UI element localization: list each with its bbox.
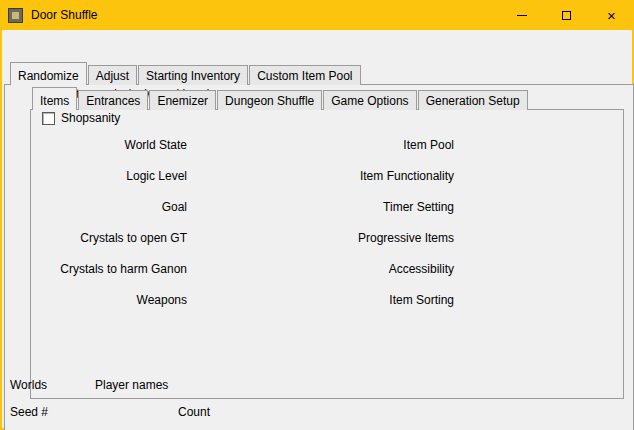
item-sorting-label: Item Sorting bbox=[332, 289, 454, 312]
tab-randomize[interactable]: Randomize bbox=[10, 62, 87, 85]
timer-setting-label: Timer Setting bbox=[332, 196, 454, 219]
weapons-label: Weapons bbox=[32, 289, 187, 312]
world-state-label: World State bbox=[32, 134, 187, 157]
tab-entrances[interactable]: Entrances bbox=[78, 90, 148, 110]
logic-level-label: Logic Level bbox=[32, 165, 187, 188]
maximize-icon bbox=[562, 11, 571, 20]
worlds-label: Worlds bbox=[10, 374, 47, 396]
titlebar: Door Shuffle × bbox=[0, 0, 634, 30]
crystals-ganon-label: Crystals to harm Ganon bbox=[32, 258, 187, 281]
shopsanity-checkbox[interactable]: Shopsanity bbox=[42, 111, 120, 125]
shopsanity-checkbox-box[interactable] bbox=[42, 112, 55, 125]
count-label: Count bbox=[178, 401, 210, 423]
app-icon bbox=[8, 8, 23, 23]
tab-starting-inventory[interactable]: Starting Inventory bbox=[138, 65, 248, 85]
maximize-button[interactable] bbox=[544, 0, 589, 30]
primary-tabs: Randomize Adjust Starting Inventory Cust… bbox=[10, 62, 362, 85]
tab-game-options[interactable]: Game Options bbox=[323, 90, 416, 110]
tab-dungeon-shuffle[interactable]: Dungeon Shuffle bbox=[217, 90, 322, 110]
window-client-area: Randomize Adjust Starting Inventory Cust… bbox=[2, 30, 632, 428]
crystals-gt-label: Crystals to open GT bbox=[32, 227, 187, 250]
tab-enemizer[interactable]: Enemizer bbox=[149, 90, 216, 110]
player-names-label: Player names bbox=[95, 374, 168, 396]
accessibility-label: Accessibility bbox=[332, 258, 454, 281]
tab-generation-setup[interactable]: Generation Setup bbox=[418, 90, 528, 110]
tab-items[interactable]: Items bbox=[32, 87, 77, 110]
window-controls: × bbox=[499, 0, 634, 30]
secondary-tabs: Items Entrances Enemizer Dungeon Shuffle… bbox=[32, 87, 529, 110]
goal-label: Goal bbox=[32, 196, 187, 219]
shopsanity-label: Shopsanity bbox=[61, 111, 120, 125]
close-icon: × bbox=[607, 8, 616, 23]
app-window: Door Shuffle × Randomize Adjust Starting… bbox=[0, 0, 634, 430]
tab-custom-item-pool[interactable]: Custom Item Pool bbox=[249, 65, 360, 85]
minimize-button[interactable] bbox=[499, 0, 544, 30]
item-functionality-label: Item Functionality bbox=[332, 165, 454, 188]
seed-label: Seed # bbox=[10, 401, 48, 423]
minimize-icon bbox=[517, 15, 527, 16]
close-button[interactable]: × bbox=[589, 0, 634, 30]
window-title: Door Shuffle bbox=[31, 8, 98, 22]
tab-adjust[interactable]: Adjust bbox=[88, 65, 137, 85]
item-pool-label: Item Pool bbox=[332, 134, 454, 157]
progressive-items-label: Progressive Items bbox=[332, 227, 454, 250]
